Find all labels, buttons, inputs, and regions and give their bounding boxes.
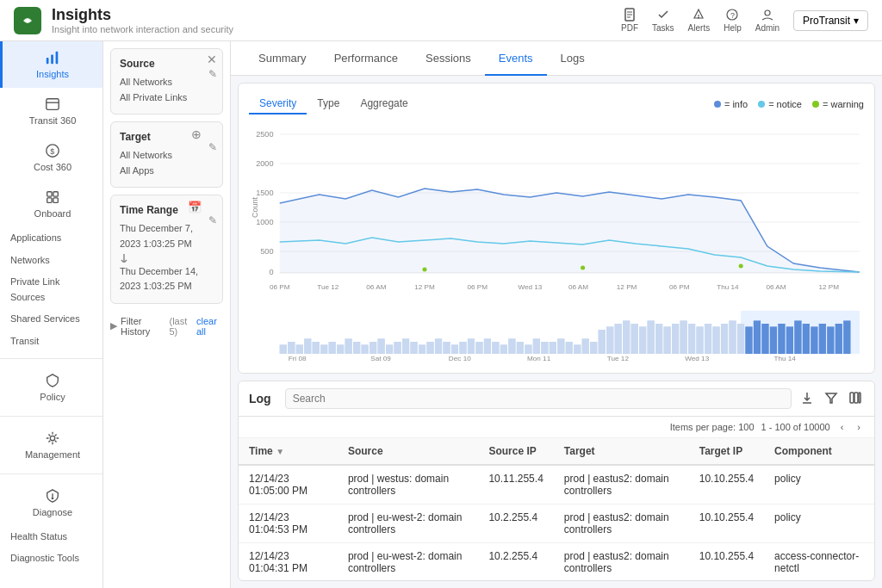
time-filter-card: 📅 ✎ Time Range Thu December 7, 2023 1:03… — [110, 195, 223, 303]
svg-rect-17 — [47, 192, 52, 196]
source-edit-button[interactable]: ✎ — [208, 68, 217, 80]
sidebar-item-cost360[interactable]: $ Cost 360 — [0, 134, 102, 181]
svg-text:06 PM: 06 PM — [467, 283, 488, 291]
prev-page-button[interactable]: ‹ — [837, 420, 848, 434]
sidebar-sub-networks[interactable]: Networks — [0, 250, 102, 272]
sidebar-sub-health-status[interactable]: Health Status — [0, 526, 102, 548]
pro-transit-button[interactable]: ProTransit ▾ — [793, 10, 868, 31]
source-close-button[interactable]: ✕ — [207, 53, 217, 66]
svg-rect-206 — [859, 393, 860, 403]
content-area: ✕ Source All Networks All Private Links … — [103, 41, 882, 588]
sidebar-item-policy[interactable]: Policy — [0, 364, 102, 411]
svg-rect-181 — [745, 327, 752, 355]
svg-rect-157 — [550, 342, 556, 354]
tab-performance[interactable]: Performance — [320, 41, 412, 76]
chart-tab-aggregate[interactable]: Aggregate — [350, 94, 418, 115]
help-button[interactable]: ? Help — [724, 8, 742, 33]
tab-logs[interactable]: Logs — [547, 41, 599, 76]
chart-toolbar: Severity Type Aggregate = info = notice — [249, 94, 864, 115]
svg-rect-152 — [508, 339, 515, 355]
next-page-button[interactable]: › — [854, 420, 864, 434]
sidebar-item-transit360[interactable]: Transit 360 — [0, 88, 102, 134]
cell-source: prod | eu-west-2: domain controllers — [338, 504, 478, 543]
log-pagination: Items per page: 100 1 - 100 of 10000 ‹ › — [239, 417, 874, 438]
svg-rect-10 — [47, 58, 49, 64]
alerts-button[interactable]: Alerts — [688, 8, 711, 33]
cell-component: policy — [764, 504, 874, 543]
svg-rect-190 — [819, 324, 826, 354]
download-button[interactable] — [798, 389, 816, 409]
col-source-ip[interactable]: Source IP — [478, 438, 553, 465]
table-row[interactable]: 12/14/23 01:05:00 PMprod | westus: domai… — [239, 465, 874, 504]
svg-point-39 — [581, 266, 585, 270]
svg-rect-127 — [304, 339, 311, 355]
cell-target: prod | eastus2: domain controllers — [554, 465, 689, 504]
sidebar-item-insights[interactable]: Insights — [0, 41, 102, 88]
col-target-ip[interactable]: Target IP — [689, 438, 764, 465]
svg-rect-134 — [362, 345, 369, 355]
sidebar-divider-1 — [0, 358, 102, 359]
col-source[interactable]: Source — [338, 438, 478, 465]
tab-summary[interactable]: Summary — [245, 41, 320, 76]
sidebar-label-onboard: Onboard — [34, 208, 71, 219]
svg-rect-158 — [557, 339, 564, 355]
svg-point-6 — [699, 17, 699, 18]
svg-rect-126 — [296, 345, 303, 355]
col-target[interactable]: Target — [554, 438, 689, 465]
sidebar-sub-applications[interactable]: Applications — [0, 227, 102, 250]
col-component[interactable]: Component — [764, 438, 874, 465]
time-end: Thu December 14, 2023 1:03:25 PM — [120, 264, 214, 294]
svg-rect-193 — [843, 321, 850, 355]
sidebar-sub-diagnostic-tools[interactable]: Diagnostic Tools — [0, 548, 102, 570]
log-search-input[interactable] — [285, 388, 792, 409]
svg-rect-139 — [402, 339, 409, 355]
svg-rect-185 — [778, 324, 785, 354]
sidebar-sub-transit[interactable]: Transit — [0, 331, 102, 353]
svg-rect-20 — [53, 198, 58, 202]
target-edit-button[interactable]: ✎ — [208, 141, 217, 153]
cell-target_ip: 10.10.255.4 — [689, 504, 764, 543]
sidebar-item-management[interactable]: Management — [0, 422, 102, 468]
topbar-title: Insights Insight into network interactio… — [52, 6, 233, 34]
sidebar-item-onboard[interactable]: Onboard — [0, 181, 102, 227]
svg-text:1500: 1500 — [256, 189, 273, 197]
filter-history-toggle[interactable]: ▶ — [110, 320, 117, 331]
time-start: Thu December 7, 2023 1:03:25 PM — [120, 221, 214, 251]
filter-button[interactable] — [823, 389, 840, 409]
table-row[interactable]: 12/14/23 01:04:31 PMprod | eu-west-2: do… — [239, 543, 874, 581]
svg-text:Tue 12: Tue 12 — [317, 283, 339, 291]
sidebar-item-diagnose[interactable]: Diagnose — [0, 480, 102, 526]
svg-point-38 — [422, 268, 426, 272]
svg-rect-145 — [451, 345, 458, 355]
sidebar-label-cost360: Cost 360 — [34, 162, 71, 172]
calendar-icon: 📅 — [188, 201, 202, 214]
tab-sessions[interactable]: Sessions — [412, 41, 485, 76]
svg-rect-153 — [517, 342, 524, 354]
sidebar-label-policy: Policy — [40, 392, 65, 402]
filter-history-clear-button[interactable]: clear all — [196, 316, 223, 337]
svg-rect-19 — [47, 198, 52, 202]
admin-button[interactable]: Admin — [755, 8, 780, 33]
admin-label: Admin — [755, 23, 780, 33]
chart-tab-severity[interactable]: Severity — [249, 94, 307, 115]
svg-rect-136 — [378, 339, 385, 355]
svg-rect-184 — [770, 327, 777, 355]
svg-text:06 AM: 06 AM — [766, 283, 786, 291]
columns-button[interactable] — [847, 389, 864, 409]
target-filter-value2: All Apps — [120, 164, 214, 179]
chart-tab-type[interactable]: Type — [307, 94, 350, 115]
time-edit-button[interactable]: ✎ — [208, 214, 217, 226]
svg-rect-160 — [574, 345, 581, 355]
sidebar: Insights Transit 360 $ Cost 360 Onboard … — [0, 41, 103, 588]
svg-text:1000: 1000 — [256, 218, 273, 226]
sidebar-sub-shared-services[interactable]: Shared Services — [0, 308, 102, 331]
tasks-button[interactable]: Tasks — [652, 8, 674, 33]
filter-panel: ✕ Source All Networks All Private Links … — [103, 41, 231, 588]
tab-events[interactable]: Events — [485, 41, 547, 76]
col-time[interactable]: Time ▼ — [239, 438, 338, 465]
pdf-button[interactable]: PDF — [621, 8, 638, 33]
sidebar-sub-private-link-sources[interactable]: Private Link Sources — [0, 271, 102, 308]
svg-rect-191 — [827, 327, 834, 355]
svg-text:06 PM: 06 PM — [669, 283, 690, 291]
table-row[interactable]: 12/14/23 01:04:53 PMprod | eu-west-2: do… — [239, 504, 874, 543]
